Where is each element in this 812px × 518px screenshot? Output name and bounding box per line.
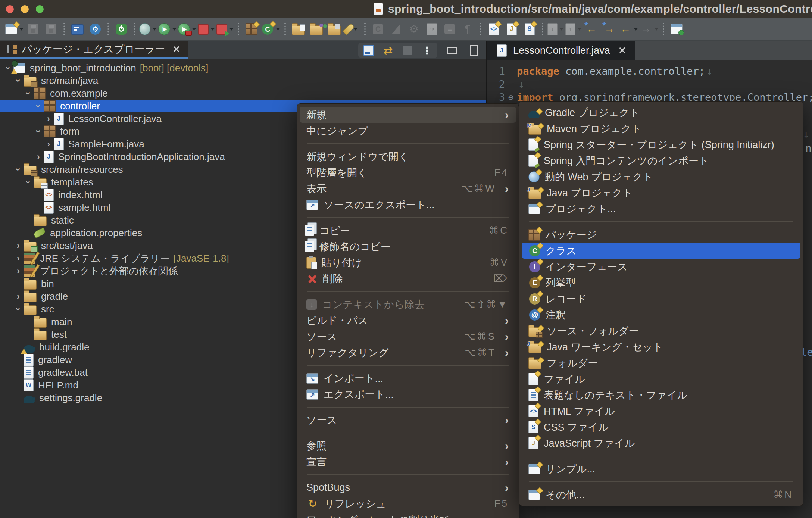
- run-coverage-button[interactable]: ▶: [177, 20, 197, 38]
- minimize-window-button[interactable]: [21, 5, 29, 13]
- context-menu-item-new[interactable]: 新規›: [300, 107, 516, 123]
- maximize-view-button[interactable]: [467, 44, 481, 57]
- context-menu-item-declarations[interactable]: 宣言›: [300, 454, 516, 470]
- context-menu-item-open-in-new-window[interactable]: 新規ウィンドウで開く: [300, 149, 516, 165]
- dropdown-caret-icon[interactable]: [19, 28, 24, 31]
- zoom-window-button[interactable]: [36, 5, 44, 13]
- last-edit-location-button[interactable]: ←*: [583, 20, 600, 38]
- new-submenu-item-java-working-set[interactable]: JJava ワーキング・セット: [522, 339, 800, 355]
- chevron-collapsed-icon[interactable]: ›: [13, 292, 24, 301]
- new-submenu-item-package[interactable]: パッケージ: [522, 227, 800, 243]
- context-menu-item-import[interactable]: ↘インポート...: [300, 370, 516, 386]
- dropdown-caret-icon[interactable]: [192, 28, 196, 31]
- context-menu-item-open-type-hierarchy[interactable]: 型階層を開くF4: [300, 165, 516, 181]
- back-button[interactable]: ←: [618, 20, 639, 38]
- context-menu-item-export[interactable]: ↗エクスポート...: [300, 386, 516, 402]
- new-submenu-item-file[interactable]: ファイル: [522, 371, 800, 387]
- new-submenu-item-maven-project[interactable]: MMaven プロジェクト: [522, 121, 800, 137]
- dropdown-caret-icon[interactable]: [353, 28, 358, 31]
- relaunch-button[interactable]: [216, 20, 234, 38]
- context-menu-item-delete[interactable]: 削除⌦: [300, 271, 516, 287]
- new-submenu-item-interface[interactable]: Iインターフェース: [522, 259, 800, 275]
- new-submenu-item-html-file[interactable]: <>HTML ファイル: [522, 403, 800, 419]
- context-menu-item-export-source[interactable]: ↗ソースのエクスポート...: [300, 197, 516, 213]
- dropdown-caret-icon[interactable]: [654, 28, 659, 31]
- open-task-button[interactable]: [289, 20, 307, 38]
- new-java-package-button[interactable]: [243, 20, 260, 38]
- context-menu-item-jump-into[interactable]: 中にジャンプ: [300, 123, 516, 139]
- dropdown-caret-icon[interactable]: [210, 28, 215, 31]
- run-button[interactable]: ▶: [157, 20, 177, 38]
- close-window-button[interactable]: [6, 5, 14, 13]
- next-edit-location-button[interactable]: →*: [600, 20, 618, 38]
- tree-item-src-main-java[interactable]: ›src/main/java: [0, 74, 486, 87]
- new-submenu-item-sample[interactable]: サンプル...: [522, 461, 800, 477]
- chevron-collapsed-icon[interactable]: ›: [13, 266, 24, 275]
- tree-item-com-example[interactable]: ›com.example: [0, 87, 486, 100]
- new-submenu-item-folder[interactable]: フォルダー: [522, 355, 800, 371]
- new-submenu-item-css-file[interactable]: SCSS ファイル: [522, 419, 800, 435]
- dropdown-caret-icon[interactable]: [634, 28, 638, 31]
- chevron-collapsed-icon[interactable]: ›: [13, 241, 24, 250]
- new-submenu-item-gradle-project[interactable]: Gradle プロジェクト: [522, 104, 800, 121]
- fold-collapse-icon[interactable]: ⊖: [505, 92, 517, 103]
- chevron-expanded-icon[interactable]: ›: [34, 126, 43, 137]
- new-submenu-item-untitled-text-file[interactable]: 表題なしのテキスト・ファイル: [522, 387, 800, 403]
- new-js-file-button[interactable]: J: [503, 20, 521, 38]
- context-menu-item-show-in[interactable]: 表示⌥⌘W›: [300, 181, 516, 197]
- chevron-expanded-icon[interactable]: ›: [24, 88, 33, 99]
- new-submenu-item-java-project[interactable]: JJava プロジェクト: [522, 185, 800, 201]
- new-html-file-button[interactable]: <>: [485, 20, 503, 38]
- new-submenu-item-record[interactable]: Rレコード: [522, 291, 800, 307]
- dropdown-caret-icon[interactable]: [172, 28, 177, 31]
- close-icon[interactable]: [172, 45, 181, 53]
- context-menu-item-references[interactable]: 参照›: [300, 438, 516, 454]
- dropdown-caret-icon[interactable]: [559, 28, 564, 31]
- dropdown-caret-icon[interactable]: [152, 28, 157, 31]
- chevron-expanded-icon[interactable]: ›: [24, 177, 33, 187]
- new-css-file-button[interactable]: S: [521, 20, 538, 38]
- open-console-button[interactable]: [68, 20, 86, 38]
- pin-editor-button[interactable]: [668, 20, 685, 38]
- dropdown-caret-icon[interactable]: [229, 28, 234, 31]
- new-submenu-item-class[interactable]: Cクラス: [522, 243, 800, 259]
- new-submenu-item-javascript-file[interactable]: JJavaScript ファイル: [522, 435, 800, 451]
- context-menu-item-assign-working-sets[interactable]: ワーキング・セットの割り当て...: [300, 512, 516, 518]
- minimize-view-button[interactable]: [446, 44, 459, 57]
- tab-lessoncontroller-java[interactable]: J LessonController.java: [487, 41, 635, 60]
- new-wizard-button[interactable]: [4, 20, 24, 38]
- collapse-all-button[interactable]: [362, 44, 375, 57]
- view-menu-button[interactable]: ⋮: [420, 44, 434, 57]
- spring-tools-button[interactable]: ⚙: [86, 20, 104, 38]
- chevron-expanded-icon[interactable]: ›: [14, 304, 23, 314]
- new-submenu-item-spring-getting-started-content[interactable]: Spring 入門コンテンツのインポート: [522, 153, 800, 169]
- new-java-class-button[interactable]: C: [260, 20, 281, 38]
- link-with-editor-button[interactable]: ⇄: [381, 44, 395, 57]
- close-icon[interactable]: [618, 46, 627, 54]
- context-menu-item-source-shortcuts[interactable]: ソース⌥⌘S›: [300, 328, 516, 344]
- context-menu-item-paste[interactable]: 貼り付け⌘V: [300, 255, 516, 271]
- new-submenu-item-annotation[interactable]: @注釈: [522, 307, 800, 323]
- tree-item-project-root[interactable]: ›spring_boot_introduction[boot] [devtool…: [0, 62, 486, 74]
- open-resource-button[interactable]: [325, 20, 343, 38]
- dropdown-caret-icon[interactable]: [577, 28, 582, 31]
- stop-button[interactable]: [197, 20, 216, 38]
- new-submenu-item-enum[interactable]: E列挙型: [522, 275, 800, 291]
- debug-button[interactable]: [138, 20, 157, 38]
- context-menu-item-copy[interactable]: コピー⌘C: [300, 222, 516, 238]
- new-submenu-item-spring-starter-project[interactable]: Spring スターター・プロジェクト (Spring Initializr): [522, 137, 800, 153]
- context-menu-item-build-path[interactable]: ビルド・パス›: [300, 312, 516, 328]
- chevron-collapsed-icon[interactable]: ›: [13, 254, 24, 263]
- context-menu-item-refresh[interactable]: ↻リフレッシュF5: [300, 496, 516, 512]
- chevron-collapsed-icon[interactable]: ›: [33, 152, 44, 161]
- mark-occurrences-button[interactable]: [343, 20, 361, 38]
- new-submenu-item-other[interactable]: その他...⌘N: [522, 487, 800, 503]
- boot-dashboard-button[interactable]: [112, 20, 130, 38]
- context-menu-item-spotbugs[interactable]: SpotBugs›: [300, 480, 516, 496]
- chevron-collapsed-icon[interactable]: ›: [43, 114, 54, 123]
- chevron-collapsed-icon[interactable]: ›: [43, 140, 54, 149]
- new-submenu-item-dynamic-web-project[interactable]: 動的 Web プロジェクト: [522, 169, 800, 185]
- chevron-expanded-icon[interactable]: ›: [34, 101, 43, 111]
- tab-package-explorer[interactable]: パッケージ・エクスプローラー: [0, 41, 188, 59]
- context-menu-item-refactor[interactable]: リファクタリング⌥⌘T›: [300, 344, 516, 361]
